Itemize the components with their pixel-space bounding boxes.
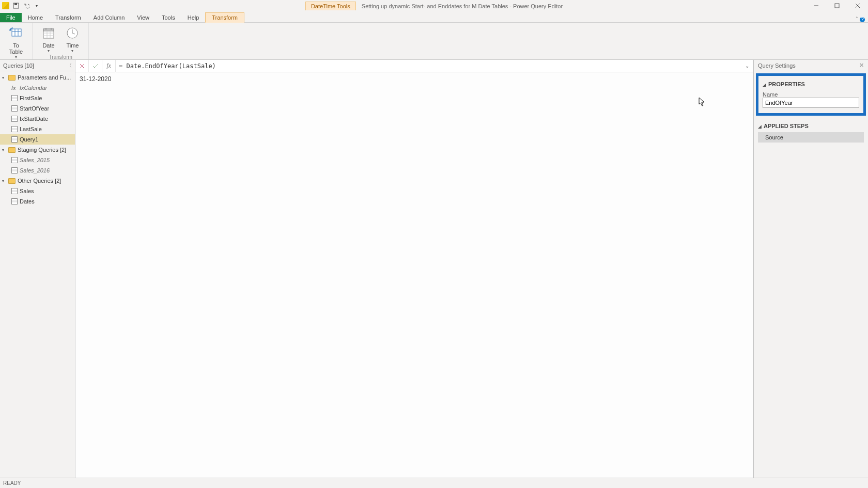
query-label: fxCalendar: [20, 85, 47, 91]
query-item[interactable]: Dates: [0, 196, 75, 207]
svg-rect-1: [14, 3, 17, 5]
properties-heading: PROPERTIES: [768, 81, 805, 87]
close-button[interactable]: [847, 0, 868, 11]
table-icon: [11, 136, 18, 143]
query-label: Sales_2015: [20, 157, 50, 163]
query-label: StartOfYear: [20, 105, 49, 112]
table-icon: [11, 95, 18, 101]
clock-icon: [64, 25, 81, 41]
applied-step[interactable]: Source: [758, 132, 864, 143]
applied-steps-list[interactable]: Source: [758, 132, 864, 143]
collapse-queries-icon[interactable]: 〈: [67, 62, 72, 69]
query-settings-pane: Query Settings ✕ ◢PROPERTIES Name ◢APPLI…: [753, 60, 868, 478]
table-icon: [11, 167, 18, 174]
time-button[interactable]: Time ▾: [61, 25, 83, 53]
query-item[interactable]: LastSale: [0, 124, 75, 134]
tab-add-column[interactable]: Add Column: [87, 13, 131, 22]
query-item[interactable]: StartOfYear: [0, 103, 75, 114]
folder-icon: [8, 178, 16, 184]
group-label-transform: Transform: [38, 54, 83, 60]
svg-rect-11: [43, 29, 54, 31]
undo-icon[interactable]: [23, 2, 30, 9]
calendar-icon: [40, 25, 57, 41]
tab-tools[interactable]: Tools: [156, 13, 181, 22]
table-icon: [11, 126, 18, 132]
query-item[interactable]: Sales_2016: [0, 165, 75, 176]
date-button[interactable]: Date ▾: [38, 25, 59, 53]
maximize-button[interactable]: [827, 0, 847, 11]
data-preview: 31-12-2020: [75, 72, 753, 478]
applied-caret-icon[interactable]: ◢: [758, 124, 762, 129]
contextual-tab-label[interactable]: DateTime Tools: [305, 2, 356, 10]
query-label: fxStartDate: [20, 116, 48, 122]
applied-steps-section: ◢APPLIED STEPS Source: [754, 121, 868, 143]
formula-dropdown-icon[interactable]: ⌄: [741, 63, 753, 69]
formula-input[interactable]: [116, 62, 741, 70]
table-icon: [11, 116, 18, 122]
properties-caret-icon[interactable]: ◢: [763, 82, 766, 87]
save-icon[interactable]: [12, 2, 20, 9]
folder-icon: [8, 75, 16, 81]
tab-view[interactable]: View: [131, 13, 156, 22]
applied-steps-heading: APPLIED STEPS: [764, 123, 809, 129]
commit-formula-button[interactable]: [89, 60, 102, 72]
query-label: Sales: [20, 188, 34, 194]
ribbon-collapse-icon[interactable]: ˆ: [856, 17, 858, 22]
group-label: Other Queries [2]: [18, 178, 61, 184]
query-label: LastSale: [20, 126, 42, 132]
queries-pane-title: Queries [10]: [3, 62, 34, 69]
queries-group[interactable]: Parameters and Fu...: [0, 72, 75, 83]
fx-icon[interactable]: fx: [102, 60, 116, 72]
svg-rect-6: [12, 29, 21, 36]
query-name-input[interactable]: [763, 98, 859, 108]
svg-rect-3: [835, 4, 839, 8]
query-item[interactable]: Sales: [0, 186, 75, 196]
to-table-label: To Table: [5, 42, 27, 55]
function-icon: fx: [11, 85, 18, 91]
ribbon-group-convert: To Table ▾ Convert: [0, 23, 33, 59]
status-bar: READY: [0, 478, 868, 488]
status-text: READY: [3, 480, 21, 486]
table-icon: [11, 105, 18, 112]
query-label: FirstSale: [20, 95, 42, 101]
tab-home[interactable]: Home: [22, 13, 49, 22]
title-bar: ▾ DateTime Tools Setting up dynamic Star…: [0, 0, 868, 11]
ribbon-group-transform: Date ▾ Time ▾ Transform: [33, 23, 89, 59]
to-table-button[interactable]: To Table ▾: [5, 25, 27, 59]
tab-help[interactable]: Help: [181, 13, 206, 22]
preview-area: fx ⌄ 31-12-2020: [75, 60, 753, 478]
folder-icon: [8, 147, 16, 153]
table-icon: [11, 198, 18, 204]
ribbon: To Table ▾ Convert Date ▾: [0, 23, 868, 60]
query-label: Sales_2016: [20, 167, 50, 174]
help-icon[interactable]: ?: [860, 17, 865, 22]
minimize-button[interactable]: [806, 0, 827, 11]
table-icon: [11, 157, 18, 163]
qat-dropdown-icon[interactable]: ▾: [33, 2, 40, 9]
group-label: Staging Queries [2]: [18, 147, 66, 153]
app-icon: [2, 2, 9, 9]
group-label: Parameters and Fu...: [18, 74, 71, 81]
query-item[interactable]: fxfxCalendar: [0, 83, 75, 93]
close-settings-icon[interactable]: ✕: [859, 62, 864, 69]
query-item[interactable]: fxStartDate: [0, 114, 75, 124]
ribbon-tabs: File Home Transform Add Column View Tool…: [0, 11, 868, 23]
queries-group[interactable]: Staging Queries [2]: [0, 145, 75, 155]
queries-tree[interactable]: Parameters and Fu...fxfxCalendarFirstSal…: [0, 71, 75, 207]
query-label: Query1: [20, 136, 38, 143]
tab-file[interactable]: File: [0, 13, 22, 22]
query-item[interactable]: Query1: [0, 134, 75, 145]
query-settings-title: Query Settings: [758, 62, 796, 69]
query-item[interactable]: FirstSale: [0, 93, 75, 103]
cancel-formula-button[interactable]: [75, 60, 89, 72]
window-title: Setting up dynamic Start- and Enddates f…: [362, 3, 563, 9]
date-label: Date: [38, 42, 59, 49]
formula-bar: fx ⌄: [75, 60, 753, 72]
query-label: Dates: [20, 198, 35, 204]
tab-context-transform[interactable]: Transform: [205, 12, 244, 23]
name-label: Name: [763, 91, 859, 98]
tab-transform[interactable]: Transform: [49, 13, 87, 22]
queries-pane: Queries [10] 〈 Parameters and Fu...fxfxC…: [0, 60, 75, 478]
query-item[interactable]: Sales_2015: [0, 155, 75, 165]
queries-group[interactable]: Other Queries [2]: [0, 176, 75, 186]
